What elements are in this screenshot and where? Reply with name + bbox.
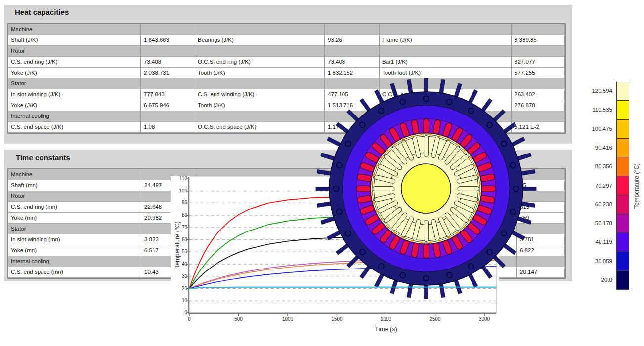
- colorbar-segment: [616, 120, 629, 139]
- motor-cross-section: [315, 77, 537, 300]
- tooth-foot-marker: [464, 149, 466, 151]
- tooth-foot-marker: [411, 135, 413, 137]
- table-cell-label: C.S. end space (J/K): [8, 122, 141, 133]
- table-cell-value: 93.26: [325, 35, 380, 46]
- colorbar-label: 30.059: [568, 258, 612, 264]
- tooth-foot-marker: [439, 240, 441, 242]
- thermal-results-page: Heat capacities MachineShaft (J/K)1 643.…: [0, 0, 644, 346]
- bolt-hole: [469, 108, 474, 114]
- motor-cross-section-drawing: [315, 77, 537, 300]
- stator-slot: [481, 186, 496, 192]
- table-cell-label: C.S. end winding (J/K): [195, 89, 325, 100]
- chart-y-axis-label: Temperature (°C): [174, 195, 182, 294]
- table-cell-value: 577.255: [512, 68, 565, 78]
- tooth-foot-marker: [429, 133, 431, 135]
- x-tick-label: 1500: [322, 316, 352, 322]
- colorbar-segment: [616, 82, 629, 101]
- table-cell-label: Shaft (mn): [8, 180, 141, 191]
- tooth-foot-marker: [371, 183, 373, 185]
- x-tick-label: 0: [174, 316, 204, 322]
- table-cell-value: 1 832.152: [325, 68, 380, 78]
- temperature-colorbar-title: Temperature (°C): [633, 137, 641, 235]
- table-cell-label: Tooth foot (J/K): [380, 68, 512, 78]
- table-cell-label: Yoke (J/K): [8, 68, 141, 78]
- colorbar-label: 60.238: [568, 201, 612, 207]
- table-cell-label: O.C.S. end space (J/K): [195, 122, 325, 133]
- tooth-foot-marker: [376, 210, 378, 212]
- bolt-hole: [447, 272, 452, 278]
- y-tick-label: 110: [171, 176, 187, 181]
- bolt-hole: [501, 231, 507, 236]
- table-cell-value: 73.408: [141, 57, 195, 68]
- tooth-foot-marker: [456, 232, 458, 234]
- bolt-hole: [400, 272, 405, 278]
- x-tick-label: 3000: [470, 316, 499, 322]
- table-section-row: [512, 46, 565, 57]
- stator-slot: [423, 119, 429, 134]
- table-cell-label: Tooth (J/K): [195, 68, 325, 78]
- tooth-foot-marker: [381, 156, 383, 158]
- table-cell-label: In slot winding (J/K): [8, 89, 141, 100]
- colorbar-label: 90.416: [568, 145, 612, 151]
- table-cell-label: O.C.S. end ring (J/K): [195, 57, 325, 68]
- colorbar-segment: [616, 157, 629, 176]
- colorbar-segment: [616, 233, 629, 252]
- y-tick-label: 100: [171, 188, 187, 193]
- table-section-row: Internal cooling: [8, 256, 141, 267]
- bolt-hole: [424, 276, 429, 281]
- table-cell-label: C.S. end ring (mn): [8, 202, 141, 213]
- bolt-hole: [345, 231, 351, 236]
- bolt-hole: [510, 162, 515, 168]
- tooth-foot-marker: [402, 138, 404, 140]
- tooth-foot-marker: [394, 232, 396, 234]
- x-tick-label: 1000: [273, 316, 302, 322]
- x-tick-label: 500: [224, 316, 254, 322]
- time-constants-title: Time constants: [16, 154, 70, 162]
- colorbar-segment: [616, 271, 629, 290]
- table-cell-label: Yoke (J/K): [8, 100, 141, 111]
- temperature-colorbar: [616, 82, 629, 290]
- tooth-foot-marker: [477, 201, 479, 203]
- tooth-foot-marker: [470, 219, 472, 221]
- stator-slot: [356, 186, 371, 192]
- table-cell-label: Bearings (J/K): [195, 35, 325, 46]
- stator-slot: [423, 244, 429, 259]
- table-cell-label: C.S. end ring (J/K): [8, 57, 141, 68]
- tooth-foot-marker: [376, 164, 378, 166]
- table-section-row: Rotor: [8, 46, 141, 57]
- table-section-row: Rotor: [8, 191, 141, 202]
- bolt-hole: [334, 186, 339, 192]
- tooth-foot-marker: [371, 192, 373, 194]
- tooth-foot-marker: [429, 241, 431, 243]
- y-tick-label: 0: [171, 310, 187, 315]
- table-cell-value: 1.08: [141, 122, 195, 133]
- table-section-row: Stator: [8, 78, 141, 89]
- chart-x-axis-label: Time (s): [371, 326, 401, 333]
- table-section-row: [195, 78, 325, 89]
- table-cell-label: Tooth (J/K): [195, 100, 325, 111]
- tooth-foot-marker: [386, 149, 388, 151]
- table-section-row: [380, 46, 512, 57]
- tooth-foot-marker: [373, 173, 375, 175]
- tooth-foot-marker: [474, 164, 476, 166]
- colorbar-label: 80.356: [568, 163, 612, 169]
- table-cell-label: C.S. end space (mn): [8, 267, 141, 278]
- table-section-row: [195, 24, 325, 35]
- table-cell-value: 8 389.85: [512, 35, 565, 46]
- tooth-foot-marker: [470, 156, 472, 158]
- x-tick-label: 2000: [371, 316, 401, 322]
- tooth-foot-marker: [464, 226, 466, 228]
- colorbar-label: 40.119: [568, 239, 612, 245]
- colorbar-segment: [616, 139, 629, 157]
- table-section-row: [141, 78, 195, 89]
- bolt-hole: [360, 122, 365, 128]
- table-cell-value: 827.077: [512, 57, 565, 68]
- bolt-hole: [447, 99, 452, 105]
- rotor-bar: [373, 187, 395, 191]
- table-cell-label: Yoke (mn): [8, 245, 141, 256]
- tooth-foot-marker: [477, 173, 479, 175]
- tooth-foot-marker: [439, 135, 441, 137]
- table-cell-label: Shaft (J/K): [8, 35, 141, 46]
- tooth-foot-marker: [456, 143, 458, 145]
- rotor-bar: [424, 220, 429, 242]
